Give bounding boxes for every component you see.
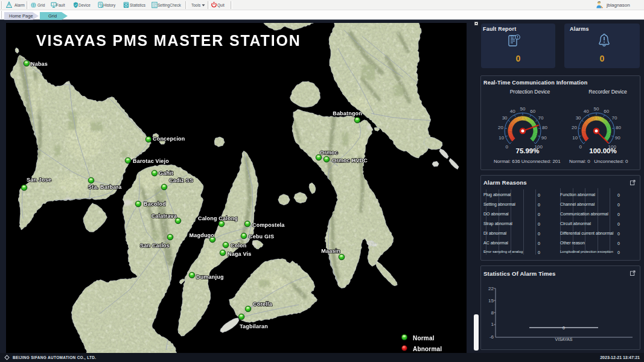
svg-text:90: 90 [541, 135, 547, 141]
svg-text:Sta. Barbara: Sta. Barbara [88, 184, 122, 190]
svg-text:San Carlos: San Carlos [140, 243, 170, 249]
svg-text:Gahit: Gahit [159, 170, 173, 176]
svg-text:Bacolod: Bacolod [144, 201, 166, 207]
svg-text:50: 50 [594, 106, 599, 112]
svg-text:8: 8 [491, 310, 494, 316]
svg-text:Ormoc HVDC: Ormoc HVDC [332, 157, 368, 164]
svg-text:Dumanjug: Dumanjug [196, 274, 224, 280]
svg-text:60: 60 [530, 109, 535, 114]
svg-text:Colon: Colon [231, 243, 247, 249]
svg-text:Corella: Corella [253, 301, 273, 307]
svg-text:0: 0 [579, 144, 582, 150]
svg-text:-6: -6 [489, 334, 494, 340]
svg-text:80: 80 [542, 125, 547, 130]
svg-text:San Jose: San Jose [27, 177, 51, 183]
svg-text:1: 1 [491, 322, 494, 327]
svg-text:20: 20 [572, 125, 577, 130]
svg-text:Ormoc: Ormoc [320, 150, 338, 156]
svg-text:Maasin: Maasin [321, 248, 340, 254]
svg-text:70: 70 [611, 115, 617, 121]
svg-text:Babatngon: Babatngon [333, 110, 362, 116]
svg-text:40: 40 [510, 109, 515, 114]
svg-text:Barotac Viejo: Barotac Viejo [133, 158, 169, 164]
svg-text:Calatrava: Calatrava [151, 213, 177, 219]
svg-text:20: 20 [498, 125, 503, 130]
svg-text:Normal: Normal [413, 335, 435, 341]
svg-text:Calong Calong: Calong Calong [198, 215, 238, 221]
svg-text:15: 15 [488, 298, 494, 303]
svg-text:50: 50 [520, 106, 526, 112]
svg-text:40: 40 [584, 109, 589, 114]
svg-text:0: 0 [563, 326, 565, 330]
svg-text:100.00%: 100.00% [589, 147, 616, 154]
svg-text:30: 30 [576, 115, 581, 121]
svg-text:10: 10 [499, 135, 504, 141]
svg-text:Cadiz SS: Cadiz SS [169, 177, 193, 183]
svg-text:Tagbilaran: Tagbilaran [240, 323, 268, 329]
svg-text:70: 70 [538, 115, 543, 121]
svg-text:10: 10 [572, 135, 578, 141]
svg-text:80: 80 [616, 125, 621, 130]
svg-text:VISAYAS: VISAYAS [555, 337, 573, 341]
svg-text:22: 22 [488, 286, 494, 291]
svg-text:Compostela: Compostela [252, 222, 285, 228]
svg-text:75.99%: 75.99% [515, 147, 539, 154]
svg-text:Naga Vis: Naga Vis [228, 251, 251, 257]
svg-text:30: 30 [502, 115, 508, 121]
svg-text:Concepcion: Concepcion [153, 136, 185, 142]
svg-text:Magdugo: Magdugo [190, 232, 215, 238]
svg-text:VISAYAS PMS MASTER STATION: VISAYAS PMS MASTER STATION [36, 32, 301, 49]
svg-text:90: 90 [615, 135, 620, 141]
svg-text:Abnormal: Abnormal [413, 346, 442, 352]
svg-text:Cebu GIS: Cebu GIS [249, 233, 274, 240]
svg-text:60: 60 [604, 109, 609, 114]
svg-text:0: 0 [506, 144, 509, 150]
svg-text:Nabas: Nabas [31, 61, 48, 67]
